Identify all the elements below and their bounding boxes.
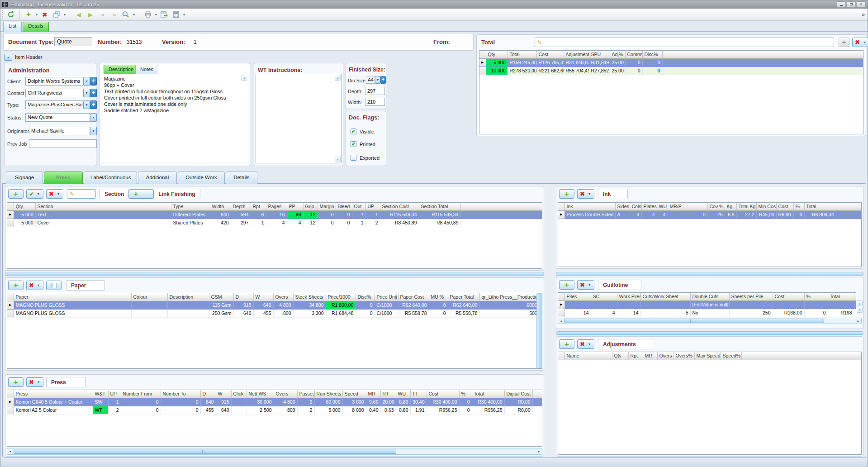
- column-header[interactable]: Total: [508, 51, 536, 58]
- grid-cell[interactable]: 0: [793, 210, 804, 219]
- press-delete-button[interactable]: ✖▾: [26, 377, 43, 387]
- column-header[interactable]: Paper Cost: [398, 293, 429, 301]
- grid-cell[interactable]: 2: [297, 406, 314, 414]
- grid-cell[interactable]: Komori A2 5 Colour: [14, 406, 93, 414]
- grid-cell[interactable]: [640, 300, 690, 309]
- grid-cell[interactable]: 20.00: [380, 398, 396, 406]
- grid-cell[interactable]: R5 558,78: [398, 309, 429, 317]
- type-add-icon[interactable]: +: [90, 100, 97, 109]
- table-row[interactable]: Komori A2 5 ColourWT2004556402 50080025 …: [7, 406, 542, 414]
- description-scroll-up-icon[interactable]: ▴: [242, 75, 247, 81]
- tab-label-continuous[interactable]: Label/Continuous: [84, 172, 137, 184]
- contact-add-icon[interactable]: +: [90, 89, 97, 97]
- grid-cell[interactable]: 4: [657, 210, 668, 219]
- grid-cell[interactable]: 1: [352, 219, 365, 227]
- grid-cell[interactable]: 1: [352, 210, 365, 219]
- table-row[interactable]: ▶Process Double SidedA4440256.827.2R45,0…: [558, 210, 861, 219]
- grid-cell[interactable]: [167, 309, 209, 317]
- grid-cell[interactable]: 14: [564, 309, 591, 317]
- grid-cell[interactable]: 0: [356, 301, 375, 309]
- column-header[interactable]: Speed: [342, 390, 366, 398]
- scroll-left-icon[interactable]: ◂: [7, 448, 13, 454]
- column-header[interactable]: UP: [365, 203, 380, 210]
- table-row[interactable]: MAGNO PLUS GLOSS250 Gsm6404558003 300R1 …: [7, 309, 542, 317]
- grid-cell[interactable]: R0,00: [504, 406, 532, 414]
- grid-cell[interactable]: 0.80: [396, 398, 410, 406]
- grid-cell[interactable]: [564, 300, 591, 309]
- table-row[interactable]: 144145No250R168.000R168: [558, 309, 856, 317]
- grid-cell[interactable]: WT: [93, 406, 108, 414]
- grid-cell[interactable]: R31,849: [589, 58, 610, 67]
- column-header[interactable]: Qty: [612, 352, 628, 360]
- column-header[interactable]: GSM: [209, 293, 233, 301]
- grid-cell[interactable]: 297: [231, 219, 251, 227]
- grid-cell[interactable]: R62 640,00: [398, 301, 429, 309]
- grid-cell[interactable]: 27.2: [736, 210, 756, 219]
- grid-cell[interactable]: R168.00: [773, 309, 804, 317]
- grid-cell[interactable]: 34 800: [293, 301, 326, 309]
- press-add-button[interactable]: +: [8, 377, 24, 387]
- column-header[interactable]: Passes: [297, 390, 314, 398]
- print-dropdown-icon[interactable]: ▾: [154, 13, 158, 17]
- nav-forward-icon[interactable]: ▶: [85, 10, 96, 19]
- grid-cell[interactable]: 0.80: [396, 406, 410, 414]
- column-header[interactable]: Adjustment: [564, 51, 589, 58]
- column-header[interactable]: Stock Sheets: [293, 293, 326, 301]
- total-delete-button[interactable]: ✖▾: [852, 38, 868, 47]
- grid-cell[interactable]: 0: [121, 398, 161, 406]
- column-header[interactable]: Work Piles: [617, 293, 640, 300]
- section-add-button[interactable]: +: [8, 189, 24, 199]
- grid-cell[interactable]: 0: [318, 219, 336, 227]
- column-header[interactable]: Click: [231, 390, 247, 398]
- column-header[interactable]: UP: [108, 390, 121, 398]
- section-accept-button[interactable]: ✔▾: [26, 189, 43, 199]
- grid-cell[interactable]: [131, 301, 167, 309]
- grid-cell[interactable]: R8 450,89: [380, 219, 419, 227]
- guillotine-scroll-down-icon[interactable]: ▾: [857, 307, 863, 313]
- grid-cell[interactable]: 3 000: [342, 398, 366, 406]
- grid-cell[interactable]: 6.8: [725, 210, 736, 219]
- grid-cell[interactable]: [131, 309, 167, 317]
- grid-cell[interactable]: A: [615, 210, 630, 219]
- grid-cell[interactable]: 2: [108, 406, 121, 414]
- grid-cell[interactable]: 0: [336, 219, 352, 227]
- din-size-combo[interactable]: A4: [366, 76, 375, 84]
- grid-cell[interactable]: 60000: [479, 301, 542, 309]
- grid-cell[interactable]: R45,00: [756, 210, 776, 219]
- column-header[interactable]: qr_Litho Press__Production Qty: [479, 293, 542, 301]
- grid-cell[interactable]: Different Plates: [171, 210, 210, 219]
- column-header[interactable]: SC: [591, 293, 617, 300]
- grid-cell[interactable]: 30 000: [247, 398, 274, 406]
- column-header[interactable]: Grip: [303, 203, 318, 210]
- grid-cell[interactable]: C/1000: [375, 309, 398, 317]
- grid-cell[interactable]: 1.91: [410, 406, 427, 414]
- column-header[interactable]: MU %: [429, 293, 448, 301]
- grid-cell[interactable]: 4 800: [273, 301, 293, 309]
- grid-cell[interactable]: 0: [668, 210, 707, 219]
- toolbar-overflow-icon[interactable]: »: [862, 11, 865, 18]
- depth-field[interactable]: 297: [365, 87, 385, 95]
- scroll-right-icon[interactable]: ▸: [855, 318, 861, 324]
- din-size-add-icon[interactable]: +: [380, 76, 386, 84]
- column-header[interactable]: MR: [643, 352, 657, 360]
- total-add-button[interactable]: +: [839, 38, 849, 47]
- grid-cell[interactable]: C/1000: [375, 301, 398, 309]
- grid-cell[interactable]: 0: [336, 210, 352, 219]
- ink-add-button[interactable]: +: [559, 189, 574, 199]
- grid-cell[interactable]: MAGNO PLUS GLOSS: [14, 309, 131, 317]
- tab-notes[interactable]: Notes: [135, 65, 158, 74]
- grid-cell[interactable]: 640: [253, 301, 273, 309]
- column-header[interactable]: W: [216, 390, 231, 398]
- column-header[interactable]: Run Sheets: [314, 390, 342, 398]
- column-header[interactable]: Nett WS: [247, 390, 274, 398]
- grid-cell[interactable]: [804, 300, 828, 309]
- column-header[interactable]: Total: [828, 293, 854, 300]
- grid-cell[interactable]: 14: [617, 309, 640, 317]
- printed-checkbox[interactable]: ✔: [351, 141, 356, 147]
- table-row[interactable]: ▶5 000TextDifferent Plates84059461696120…: [7, 210, 542, 219]
- grid-cell[interactable]: R126 795,32: [536, 58, 564, 67]
- wt-scroll-down-icon[interactable]: ▾: [335, 157, 341, 162]
- tab-list[interactable]: List: [3, 22, 22, 32]
- grid-cell[interactable]: 0: [459, 398, 472, 406]
- column-header[interactable]: MR: [366, 390, 380, 398]
